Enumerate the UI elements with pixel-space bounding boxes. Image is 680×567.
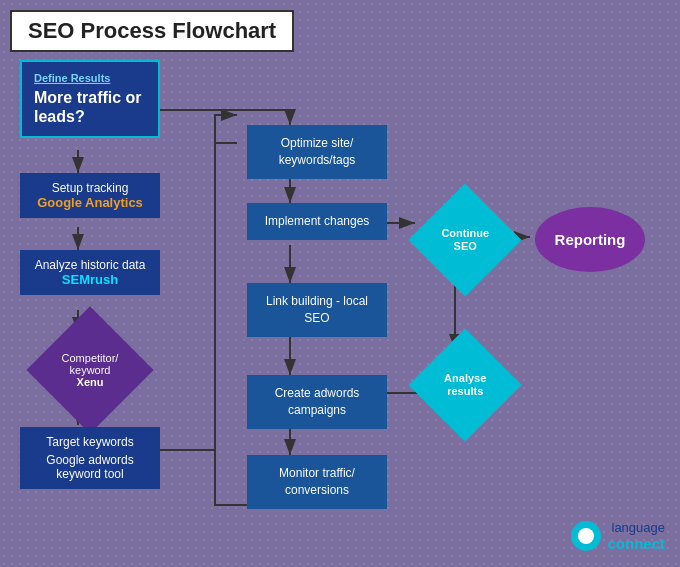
historic-line1: Analyze historic data xyxy=(30,258,150,272)
define-main: More traffic or leads? xyxy=(34,88,146,126)
adwords-text: Create adwords campaigns xyxy=(257,385,377,419)
target-keywords-box: Target keywords Google adwords keyword t… xyxy=(20,427,160,489)
page-title: SEO Process Flowchart xyxy=(10,10,294,52)
reporting-text: Reporting xyxy=(555,231,626,248)
analyse-results-diamond: Analyse results xyxy=(420,340,510,430)
reporting-oval: Reporting xyxy=(535,207,645,272)
competitor-line2: Xenu xyxy=(52,376,128,388)
logo-line2: connect xyxy=(607,535,665,552)
monitor-text: Monitor traffic/ conversions xyxy=(257,465,377,499)
optimize-text: Optimize site/ keywords/tags xyxy=(257,135,377,169)
continue-seo-diamond: Continue SEO xyxy=(420,195,510,285)
target-line2: Google adwords keyword tool xyxy=(30,453,150,481)
adwords-box: Create adwords campaigns xyxy=(247,375,387,429)
setup-tracking-box: Setup tracking Google Analytics xyxy=(20,173,160,218)
linkbuilding-box: Link building - local SEO xyxy=(247,283,387,337)
define-label: Define Results xyxy=(34,72,146,84)
logo-icon xyxy=(571,521,601,551)
competitor-line1: Competitor/ keyword xyxy=(52,352,128,376)
logo: language connect xyxy=(571,520,665,552)
historic-line2: SEMrush xyxy=(30,272,150,287)
monitor-box: Monitor traffic/ conversions xyxy=(247,455,387,509)
competitor-diamond: Competitor/ keyword Xenu xyxy=(28,315,152,425)
linkbuilding-text: Link building - local SEO xyxy=(257,293,377,327)
tracking-line1: Setup tracking xyxy=(30,181,150,195)
tracking-line2: Google Analytics xyxy=(30,195,150,210)
optimize-box: Optimize site/ keywords/tags xyxy=(247,125,387,179)
analyze-historic-box: Analyze historic data SEMrush xyxy=(20,250,160,295)
analyse-text: Analyse results xyxy=(433,372,498,398)
flowchart: Define Results More traffic or leads? Se… xyxy=(10,55,670,560)
define-results-box: Define Results More traffic or leads? xyxy=(20,60,160,138)
target-line1: Target keywords xyxy=(30,435,150,449)
continue-seo-text: Continue SEO xyxy=(433,227,498,253)
implement-box: Implement changes xyxy=(247,203,387,240)
implement-text: Implement changes xyxy=(257,213,377,230)
logo-line1: language xyxy=(607,520,665,535)
